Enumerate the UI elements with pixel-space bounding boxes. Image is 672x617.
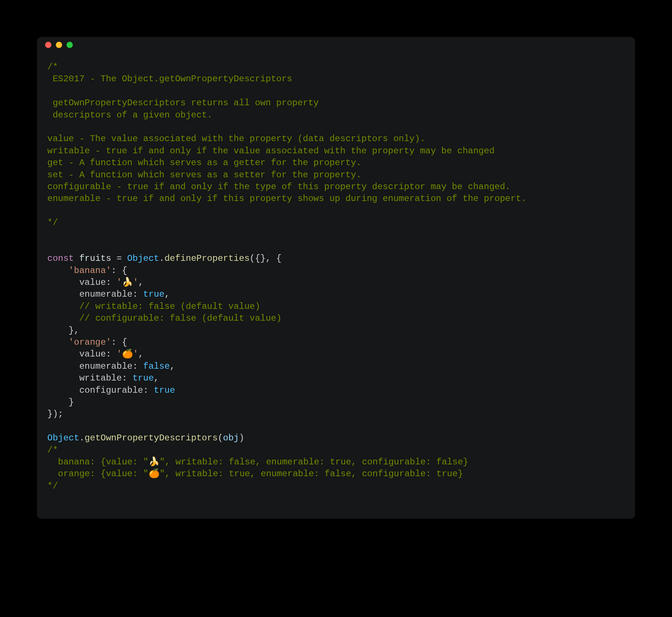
- colon: :: [122, 373, 133, 383]
- ident-fruits: fruits: [79, 253, 111, 263]
- comment-line: value - The value associated with the pr…: [47, 134, 425, 144]
- bool-true: true: [143, 289, 164, 299]
- fn-getownpropertydescriptors: getOwnPropertyDescriptors: [85, 433, 218, 443]
- dot: .: [159, 253, 164, 263]
- comma: ,: [138, 349, 143, 359]
- close-icon[interactable]: [45, 42, 51, 48]
- label-configurable: configurable: [79, 385, 143, 395]
- comma: ,: [170, 361, 175, 371]
- colon-brace: : {: [111, 337, 127, 347]
- comment-block-close: */: [47, 481, 58, 491]
- label-value: value: [79, 277, 106, 287]
- colon: :: [132, 361, 143, 371]
- comment-line: set - A function which serves as a sette…: [47, 170, 362, 180]
- comment-line: get - A function which serves as a gette…: [47, 158, 362, 168]
- close-brace-comma: },: [69, 325, 79, 335]
- comma: ,: [138, 277, 143, 287]
- comment-line: configurable - true if and only if the t…: [47, 182, 510, 192]
- bool-true: true: [132, 373, 154, 383]
- paren-close: ): [239, 433, 244, 443]
- colon: :: [143, 385, 154, 395]
- label-writable: writable: [79, 373, 122, 383]
- close-brace: }: [69, 397, 74, 407]
- label-enumerable: enumerable: [79, 289, 132, 299]
- key-banana: 'banana': [69, 266, 111, 276]
- value-orange: '🍊': [116, 349, 138, 359]
- colon: :: [106, 349, 116, 359]
- fn-defineproperties: defineProperties: [164, 253, 250, 263]
- zoom-icon[interactable]: [67, 42, 73, 48]
- label-enumerable: enumerable: [79, 361, 132, 371]
- param-obj: obj: [223, 433, 239, 443]
- comment-inline: // writable: false (default value): [79, 301, 260, 311]
- comment-line: banana: {value: "🍌", writable: false, en…: [47, 457, 468, 467]
- comma: ,: [164, 289, 170, 299]
- bool-false: false: [143, 361, 170, 371]
- key-orange: 'orange': [69, 337, 111, 347]
- comment-block-open: /*: [47, 445, 58, 455]
- paren-open: (: [218, 433, 223, 443]
- comment-line: enumerable - true if and only if this pr…: [47, 194, 526, 204]
- keyword-const: const: [47, 253, 74, 263]
- call-open: ({}, {: [250, 253, 281, 263]
- colon-brace: : {: [111, 266, 127, 276]
- comment-line: writable - true if and only if the value…: [47, 146, 495, 156]
- comment-inline: // configurable: false (default value): [79, 313, 281, 323]
- code-window: /* ES2017 - The Object.getOwnPropertyDes…: [37, 37, 635, 519]
- close-call: });: [47, 409, 63, 419]
- comment-block-close: */: [47, 218, 58, 228]
- comment-line: descriptors of a given object.: [47, 110, 212, 120]
- class-object: Object: [47, 433, 79, 443]
- minimize-icon[interactable]: [56, 42, 62, 48]
- window-titlebar: [37, 37, 635, 52]
- comment-line: getOwnPropertyDescriptors returns all ow…: [47, 98, 319, 108]
- comma: ,: [154, 373, 159, 383]
- comment-block-open: /*: [47, 62, 58, 72]
- colon: :: [106, 277, 116, 287]
- colon: :: [132, 289, 143, 299]
- class-object: Object: [127, 253, 159, 263]
- bool-true: true: [154, 385, 175, 395]
- comment-line: ES2017 - The Object.getOwnPropertyDescri…: [47, 74, 292, 84]
- dot: .: [79, 433, 84, 443]
- comment-line: orange: {value: "🍊", writable: true, enu…: [47, 469, 463, 479]
- assign: =: [111, 253, 127, 263]
- value-banana: '🍌': [116, 277, 138, 287]
- code-area: /* ES2017 - The Object.getOwnPropertyDes…: [37, 52, 635, 502]
- label-value: value: [79, 349, 106, 359]
